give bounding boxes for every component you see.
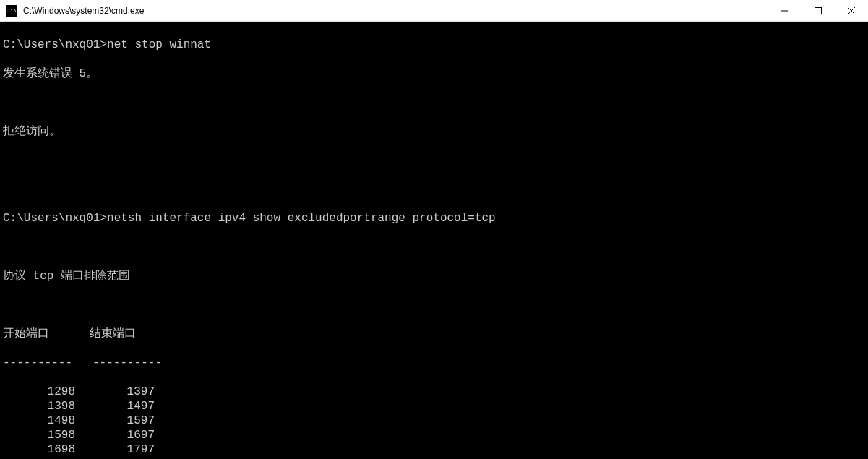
section-header: 协议 tcp 端口排除范围 bbox=[3, 269, 865, 283]
blank-line bbox=[3, 153, 865, 168]
sep-end: ---------- bbox=[75, 356, 162, 370]
maximize-button[interactable] bbox=[802, 0, 835, 21]
table-row: 15981697 bbox=[3, 428, 865, 442]
error-line: 发生系统错误 5。 bbox=[3, 67, 865, 81]
command-text: net stop winnat bbox=[107, 38, 211, 51]
cell-start: 1698 bbox=[3, 442, 75, 457]
prompt: C:\Users\nxq01> bbox=[3, 38, 107, 51]
table-separator: -------------------- bbox=[3, 356, 865, 370]
svg-rect-1 bbox=[815, 7, 822, 14]
cell-start: 1398 bbox=[3, 399, 75, 413]
table-row: 16981797 bbox=[3, 442, 865, 457]
cell-mark bbox=[155, 413, 205, 428]
cell-start: 1598 bbox=[3, 428, 75, 442]
table-row: 12981397 bbox=[3, 385, 865, 399]
window-controls bbox=[768, 0, 868, 21]
command-text: netsh interface ipv4 show excludedportra… bbox=[107, 212, 496, 225]
cell-mark bbox=[155, 399, 205, 413]
prompt: C:\Users\nxq01> bbox=[3, 212, 107, 225]
blank-line bbox=[3, 182, 865, 197]
cell-mark bbox=[155, 428, 205, 442]
terminal-output[interactable]: C:\Users\nxq01>net stop winnat 发生系统错误 5。… bbox=[0, 22, 868, 459]
titlebar[interactable]: C:\Windows\system32\cmd.exe bbox=[0, 0, 868, 22]
cell-mark bbox=[155, 385, 205, 399]
cell-end: 1797 bbox=[75, 442, 155, 457]
cell-end: 1497 bbox=[75, 399, 155, 413]
blank-line bbox=[3, 240, 865, 254]
cmd-icon bbox=[6, 5, 17, 17]
minimize-button[interactable] bbox=[768, 0, 802, 21]
sep-start: ---------- bbox=[3, 356, 75, 370]
close-button[interactable] bbox=[835, 0, 868, 21]
table-row: 14981597 bbox=[3, 413, 865, 428]
window-title: C:\Windows\system32\cmd.exe bbox=[23, 6, 768, 16]
blank-line bbox=[3, 95, 865, 110]
cell-start: 1498 bbox=[3, 413, 75, 428]
cell-end: 1597 bbox=[75, 413, 155, 428]
col-header-start: 开始端口 bbox=[3, 327, 53, 341]
table-row: 13981497 bbox=[3, 399, 865, 413]
cell-start: 1298 bbox=[3, 385, 75, 399]
table-body: 1298139713981497149815971598169716981797… bbox=[3, 385, 865, 459]
command-line-2: C:\Users\nxq01>netsh interface ipv4 show… bbox=[3, 211, 865, 226]
cell-mark bbox=[155, 442, 205, 457]
cell-end: 1697 bbox=[75, 428, 155, 442]
command-line-1: C:\Users\nxq01>net stop winnat bbox=[3, 38, 865, 52]
blank-line bbox=[3, 298, 865, 312]
cell-end: 1397 bbox=[75, 385, 155, 399]
table-headers: 开始端口结束端口 bbox=[3, 327, 865, 341]
col-header-end: 结束端口 bbox=[53, 327, 133, 341]
error-line: 拒绝访问。 bbox=[3, 124, 865, 139]
